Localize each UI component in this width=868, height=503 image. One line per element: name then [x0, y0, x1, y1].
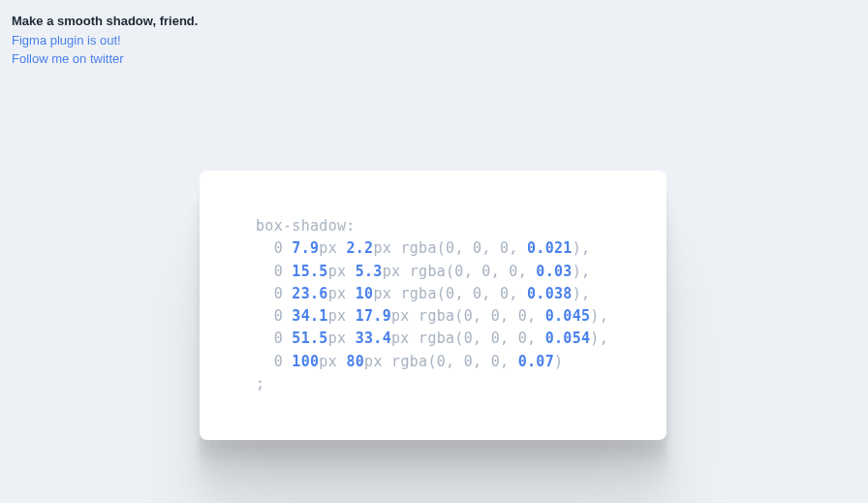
- link-twitter[interactable]: Follow me on twitter: [12, 49, 198, 69]
- link-figma-plugin[interactable]: Figma plugin is out!: [12, 31, 198, 50]
- css-code-block: box-shadow: 0 7.9px 2.2px rgba(0, 0, 0, …: [256, 215, 610, 395]
- header: Make a smooth shadow, friend. Figma plug…: [12, 12, 198, 69]
- page-title: Make a smooth shadow, friend.: [12, 12, 198, 31]
- shadow-preview-card: box-shadow: 0 7.9px 2.2px rgba(0, 0, 0, …: [200, 171, 666, 440]
